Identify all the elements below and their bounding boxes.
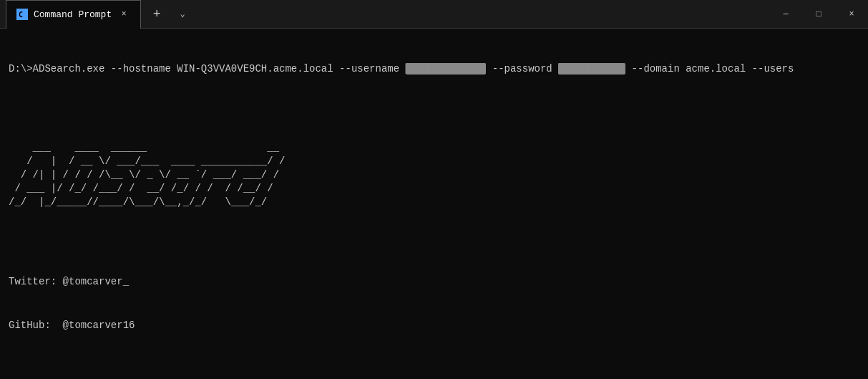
terminal-body[interactable]: D:\>ADSearch.exe --hostname WIN-Q3VVA0VE…	[0, 29, 868, 379]
terminal-icon: C	[16, 9, 28, 20]
github-line: GitHub: @tomcarver16	[9, 319, 859, 333]
maximize-button[interactable]: □	[802, 0, 835, 29]
titlebar: C Command Prompt × + ⌄ — □ ×	[0, 0, 868, 29]
window-controls: — □ ×	[769, 0, 868, 29]
active-tab[interactable]: C Command Prompt ×	[6, 0, 141, 29]
close-button[interactable]: ×	[835, 0, 868, 29]
ascii-art: ___ ____ ______ __ / | / __ \/ ___/___ _…	[9, 141, 859, 208]
command-line: D:\>ADSearch.exe --hostname WIN-Q3VVA0VE…	[9, 62, 859, 77]
minimize-button[interactable]: —	[769, 0, 802, 29]
titlebar-left: C Command Prompt × + ⌄	[0, 0, 769, 29]
svg-text:C: C	[19, 11, 23, 19]
new-tab-button[interactable]: +	[147, 4, 167, 24]
window: C Command Prompt × + ⌄ — □ × D:\>ADSearc…	[0, 0, 868, 379]
tab-close-button[interactable]: ×	[117, 8, 130, 21]
tab-title: Command Prompt	[34, 9, 112, 20]
tab-dropdown-button[interactable]: ⌄	[172, 4, 192, 24]
twitter-line: Twitter: @tomcarver_	[9, 275, 859, 289]
